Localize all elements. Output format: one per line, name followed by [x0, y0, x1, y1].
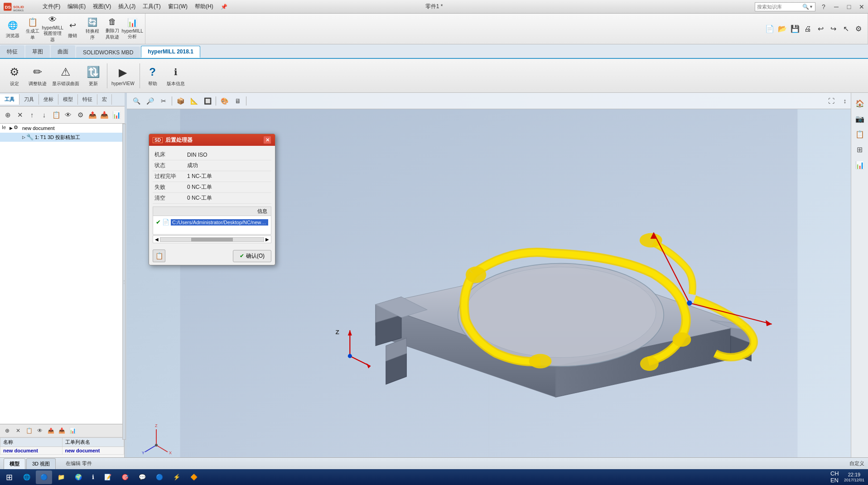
menu-pin[interactable]: 📌 — [217, 0, 231, 13]
rp-home[interactable]: 🏠 — [853, 96, 867, 110]
tree-item-root[interactable]: ▶ ⚙ new document — [0, 124, 124, 133]
pt-delete[interactable]: ✕ — [14, 109, 26, 121]
tree-arrow-root[interactable]: ▶ — [8, 125, 14, 131]
dialog-scrollbar[interactable] — [160, 237, 264, 242]
search-icon[interactable]: 🔍 — [802, 4, 809, 10]
panel-tab-tool[interactable]: 工具 — [0, 94, 19, 105]
vt-zoom-to-fit[interactable]: 🔍 — [130, 95, 143, 107]
bp-btn7[interactable]: 📊 — [68, 426, 77, 436]
panel-tab-model[interactable]: 模型 — [58, 94, 78, 105]
toolbar-analysis[interactable]: 📊 hyperMILL 分析 — [122, 17, 142, 41]
vt-isometric[interactable]: 📐 — [188, 95, 200, 107]
tree-item-job[interactable]: ▷ 🔧 1: T1 3D 投影精加工 — [0, 133, 124, 142]
taskbar-app-notes[interactable]: 📝 — [100, 471, 116, 484]
bp-btn3[interactable]: 📋 — [24, 426, 34, 436]
tab-surface[interactable]: 曲面 — [51, 45, 75, 58]
tb-options[interactable]: ⚙ — [852, 23, 865, 35]
rp-chart[interactable]: 📊 — [853, 158, 867, 172]
tb-print[interactable]: 🖨 — [801, 23, 814, 35]
dialog-copy-button[interactable]: 📋 — [153, 250, 165, 262]
vt-material[interactable]: 🎨 — [218, 95, 231, 107]
hm-btn-settings[interactable]: ⚙ 设定 — [4, 61, 25, 91]
bp-btn6[interactable]: 📥 — [57, 426, 67, 436]
taskbar-app-chrome[interactable]: 🔵 — [36, 471, 52, 484]
taskbar-app-lightning[interactable]: ⚡ — [169, 471, 185, 484]
hm-btn-adjust[interactable]: ✏ 调整轨迹 — [26, 61, 49, 91]
vt-view-options[interactable]: ↕ — [839, 95, 851, 107]
menu-insert[interactable]: 插入(J) — [115, 0, 139, 13]
minimize-btn[interactable]: ─ — [830, 0, 843, 13]
panel-tab-knife[interactable]: 刀具 — [19, 94, 39, 105]
pt-add[interactable]: ⊕ — [2, 109, 14, 121]
dialog-titlebar[interactable]: SD 后置处理器 ✕ — [149, 134, 275, 146]
hm-btn-show-error[interactable]: ⚠ 显示错误曲面 — [50, 61, 82, 91]
tb-redo[interactable]: ↪ — [827, 23, 839, 35]
tb-new[interactable]: 📄 — [763, 23, 776, 35]
menu-view[interactable]: 视图(V) — [89, 0, 115, 13]
tab-features[interactable]: 特征 — [0, 45, 24, 58]
pt-copy[interactable]: 📋 — [51, 109, 62, 121]
hm-btn-help[interactable]: ? 帮助 — [142, 61, 164, 91]
vt-fullscreen[interactable]: ⛶ — [825, 95, 838, 107]
tb-save[interactable]: 💾 — [789, 23, 801, 35]
toolbar-browser[interactable]: 🌐 浏览器 — [3, 17, 23, 41]
tab-hypermill[interactable]: hyperMILL 2018.1 — [141, 46, 200, 58]
tab-sketch[interactable]: 草图 — [25, 45, 50, 58]
pt-settings[interactable]: ⚙ — [75, 109, 86, 121]
panel-tab-feature[interactable]: 特征 — [78, 94, 97, 105]
scroll-left-arrow[interactable]: ◀ — [155, 237, 159, 242]
menu-tools[interactable]: 工具(T) — [139, 0, 164, 13]
taskbar-app-aim[interactable]: 🎯 — [117, 471, 133, 484]
bp-btn1[interactable]: ⊕ — [2, 426, 12, 436]
rp-camera[interactable]: 📷 — [853, 112, 867, 125]
taskbar-app-explorer[interactable]: 📁 — [53, 471, 69, 484]
taskbar-app-ie[interactable]: 🌍 — [70, 471, 87, 484]
panel-tab-coord[interactable]: 坐标 — [39, 94, 58, 105]
taskbar-app-orange[interactable]: 🔶 — [186, 471, 202, 484]
pt-export[interactable]: 📤 — [87, 109, 98, 121]
tb-select[interactable]: ↖ — [839, 23, 852, 35]
toolbar-view-manager[interactable]: 👁 hyperMILL 视图管理器 — [43, 17, 63, 41]
pt-up[interactable]: ↑ — [26, 109, 38, 121]
help-btn[interactable]: ? — [817, 0, 830, 13]
panel-tab-macro[interactable]: 宏 — [97, 94, 112, 105]
vt-display[interactable]: 🖥 — [231, 95, 244, 107]
toolbar-undo[interactable]: ↩ 撤销 — [63, 17, 82, 41]
pt-down[interactable]: ↓ — [39, 109, 50, 121]
dialog-close-button[interactable]: ✕ — [263, 136, 271, 144]
status-tab-model[interactable]: 模型 — [4, 458, 25, 469]
vt-zoom-box[interactable]: 🔎 — [144, 95, 156, 107]
search-box[interactable]: 🔍 ▼ — [755, 2, 815, 11]
dialog-ok-button[interactable]: ✔ 确认(O) — [233, 250, 271, 262]
taskbar-app-chat[interactable]: 💬 — [134, 471, 150, 484]
bp-btn5[interactable]: 📤 — [46, 426, 56, 436]
vt-normal[interactable]: 🔲 — [201, 95, 214, 107]
toolbar-convert[interactable]: 🔄 转换程序 — [82, 17, 102, 41]
taskbar-app-info[interactable]: ℹ — [87, 471, 99, 484]
search-input[interactable] — [757, 4, 802, 10]
hm-btn-version[interactable]: ℹ 版本信息 — [164, 61, 187, 91]
hm-btn-update[interactable]: 🔃 更新 — [82, 61, 104, 91]
rp-clipboard[interactable]: 📋 — [853, 127, 867, 141]
toolbar-delete-path[interactable]: 🗑 删除刀具轨迹 — [102, 17, 122, 41]
close-btn[interactable]: ✕ — [855, 0, 868, 13]
pt-visibility[interactable]: 👁 — [63, 109, 74, 121]
scroll-right-arrow[interactable]: ▶ — [265, 237, 269, 242]
search-dropdown-icon[interactable]: ▼ — [809, 5, 813, 9]
start-button[interactable]: ⊞ — [0, 469, 18, 485]
taskbar-app-blue[interactable]: 🔵 — [151, 471, 168, 484]
pt-report[interactable]: 📊 — [111, 109, 122, 121]
table-row[interactable]: new document new document — [0, 447, 124, 455]
vt-section[interactable]: ✂ — [157, 95, 170, 107]
tb-open[interactable]: 📂 — [776, 23, 789, 35]
status-tab-3dview[interactable]: 3D 视图 — [26, 458, 56, 469]
hm-btn-hyperview[interactable]: ▶ hyperVIEW — [109, 61, 137, 91]
menu-window[interactable]: 窗口(W) — [164, 0, 191, 13]
toolbar-create-order[interactable]: 📋 生成工单 — [23, 17, 43, 41]
rp-grid[interactable]: ⊞ — [853, 143, 867, 156]
tray-lang[interactable]: CH EN — [830, 472, 839, 481]
menu-edit[interactable]: 编辑(E) — [64, 0, 89, 13]
maximize-btn[interactable]: □ — [843, 0, 855, 13]
dialog-scrollbar-thumb[interactable] — [191, 238, 232, 241]
bp-btn2[interactable]: ✕ — [13, 426, 23, 436]
